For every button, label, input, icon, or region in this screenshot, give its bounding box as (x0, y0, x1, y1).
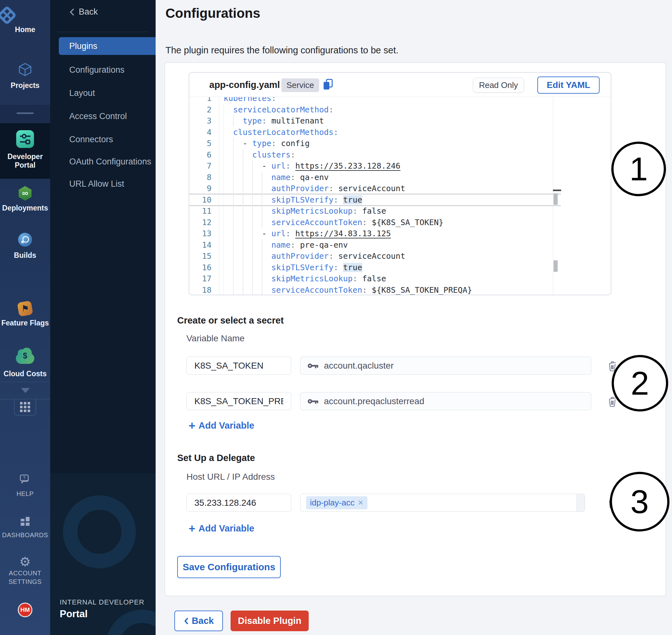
main-content: Configurations The plugin requires the f… (156, 0, 672, 635)
home-icon (0, 5, 17, 25)
cloud-costs-icon: $ (16, 353, 34, 364)
variable-name-input[interactable] (187, 392, 291, 410)
disable-plugin-button[interactable]: Disable Plugin (231, 611, 309, 631)
add-variable-label: Add Variable (198, 523, 254, 534)
sidebar-item-deployments[interactable]: ∞ Deployments (0, 186, 50, 213)
sidebar-item-label: Builds (0, 251, 50, 260)
code-area[interactable]: 1kubernetes:2serviceLocatorMethod:3type:… (189, 97, 611, 294)
sidebar-item-label: Portal (0, 161, 50, 170)
nav-item-access-control[interactable]: Access Control (69, 111, 127, 121)
svg-text:?: ? (23, 475, 26, 480)
nav-item-oauth-configurations[interactable]: OAuth Configurations (69, 157, 151, 167)
sidebar-item-builds[interactable]: Builds (0, 233, 50, 260)
nav-item-configurations[interactable]: Configurations (69, 65, 125, 75)
module-switcher-button[interactable] (14, 399, 36, 416)
tag-chip[interactable]: idp-play-acc ✕ (306, 496, 367, 509)
code-line-11: 11skipMetricsLookup: false (189, 205, 561, 217)
code-line-12: 12serviceAccountToken: ${K8S_SA_TOKEN} (189, 217, 561, 228)
help-icon: ? (19, 474, 31, 485)
sidebar-item-help[interactable]: ? HELP (0, 474, 50, 498)
sidebar-item-home[interactable]: Home (0, 8, 50, 34)
sidebar-item-projects[interactable]: Projects (0, 62, 50, 90)
nav-item-layout[interactable]: Layout (69, 88, 95, 98)
chevron-left-icon (183, 617, 189, 625)
page-title: Configurations (166, 6, 260, 21)
builds-icon (18, 233, 32, 247)
sidebar-item-label: Cloud Costs (0, 370, 50, 378)
code-line-13: 13- url: https://34.83.13.125 (189, 228, 561, 239)
sidebar-item-label: Deployments (0, 204, 50, 213)
code-line-6: 6clusters: (189, 149, 561, 161)
key-icon (307, 398, 319, 405)
edit-yaml-button[interactable]: Edit YAML (537, 76, 600, 94)
avatar[interactable]: HM (18, 603, 32, 617)
nav-item-plugins[interactable]: Plugins (59, 37, 156, 55)
tag-label: idp-play-acc (310, 498, 354, 508)
sidebar-item-label: SETTINGS (0, 577, 50, 586)
annotation-circle-1: 1 (611, 141, 666, 196)
scrollbar-mark[interactable] (554, 193, 558, 205)
dashboards-icon (20, 516, 30, 526)
nav-item-connectors[interactable]: Connectors (69, 135, 113, 145)
code-line-5: 5- type: config (189, 138, 561, 149)
developer-portal-icon (16, 130, 34, 148)
remove-tag-icon[interactable]: ✕ (357, 499, 363, 507)
variable-name-input[interactable] (187, 356, 291, 375)
secret-selector[interactable]: account.preqaclusterread (300, 392, 591, 410)
save-configurations-button[interactable]: Save Configurations (177, 556, 281, 578)
sidebar-separator (0, 381, 50, 382)
code-line-3: 3type: multiTenant (189, 115, 561, 127)
cursor-line-mark (553, 190, 561, 191)
projects-icon (18, 62, 32, 77)
filename: app-config.yaml (209, 80, 280, 90)
secret-section-heading: Create or select a secret (177, 315, 284, 326)
decorative-ring (63, 495, 136, 568)
secret-value: account.qacluster (324, 361, 393, 371)
back-button-label: Back (192, 616, 214, 626)
sidebar-collapse-handle[interactable] (17, 112, 34, 114)
code-lines: 1kubernetes:2serviceLocatorMethod:3type:… (189, 97, 561, 294)
page-subtitle: The plugin requires the following config… (166, 45, 398, 56)
add-delegate-variable-button[interactable]: + Add Variable (189, 523, 254, 534)
scrollbar-mark[interactable] (554, 260, 558, 272)
nav-item-url-allow-list[interactable]: URL Allow List (69, 179, 124, 189)
annotation-circle-3: 3 (610, 472, 669, 531)
host-url-label: Host URL / IP Address (187, 472, 275, 482)
back-label: Back (79, 7, 98, 17)
code-line-7: 7- url: https://35.233.128.246 (189, 160, 561, 172)
plus-icon: + (189, 524, 195, 533)
overview-ruler-divider (553, 97, 553, 294)
add-variable-button[interactable]: + Add Variable (189, 420, 254, 431)
dollar-glyph: $ (16, 351, 34, 360)
plus-icon: + (189, 421, 195, 431)
delegate-tags-input[interactable]: idp-play-acc ✕ (300, 494, 585, 512)
secret-selector[interactable]: account.qacluster (300, 356, 591, 375)
chevron-down-icon[interactable] (21, 388, 30, 393)
back-button[interactable]: Back (174, 611, 223, 631)
key-icon (307, 362, 319, 369)
chevron-left-icon (69, 8, 75, 17)
tag-input-end-cap (577, 494, 585, 511)
service-badge: Service (281, 79, 319, 92)
sidebar-item-label: Projects (0, 81, 50, 90)
sidebar-item-account-settings[interactable]: ⚙ ACCOUNT SETTINGS (0, 555, 50, 586)
code-line-16: 16skipTLSVerify: true (189, 262, 561, 273)
sidebar-item-cloud-costs[interactable]: $ Cloud Costs (0, 349, 50, 378)
sidebar-item-label: HELP (0, 489, 50, 498)
host-url-input[interactable] (187, 494, 291, 512)
deployments-icon: ∞ (18, 186, 32, 201)
brand-block: INTERNAL DEVELOPER Portal (60, 598, 145, 620)
annotation-circle-2: 2 (612, 355, 668, 412)
sidebar-item-developer-portal[interactable]: Developer Portal (0, 130, 50, 170)
copy-icon[interactable] (322, 79, 334, 91)
sidebar-item-dashboards[interactable]: DASHBOARDS (0, 516, 50, 540)
read-only-badge: Read Only (473, 78, 524, 93)
code-line-9: 9authProvider: serviceAccount (189, 183, 561, 194)
sidebar-item-feature-flags[interactable]: ⚑ Feature Flags (0, 302, 50, 327)
feature-flags-icon: ⚑ (17, 301, 33, 317)
code-line-8: 8name: qa-env (189, 172, 561, 183)
back-nav-link[interactable]: Back (69, 7, 98, 17)
sidebar-divider-band (0, 105, 50, 123)
variable-name-label: Variable Name (187, 333, 244, 344)
grid-icon (20, 402, 30, 412)
